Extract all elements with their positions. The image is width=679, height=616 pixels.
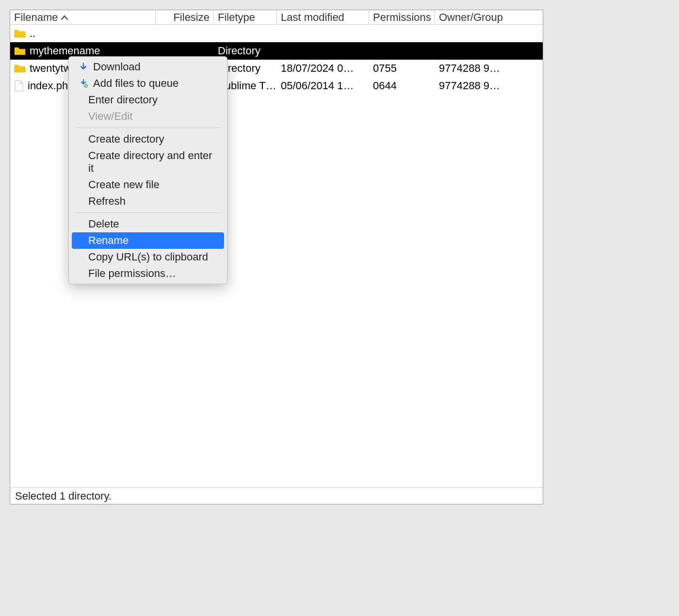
menu-item-label: Add files to queue xyxy=(93,77,178,90)
menu-item-label: View/Edit xyxy=(88,110,132,123)
download-icon xyxy=(79,62,88,72)
file-permissions: 0755 xyxy=(369,60,435,77)
file-icon xyxy=(14,80,24,92)
file-modified: 05/06/2014 1… xyxy=(277,77,369,95)
column-header-filename[interactable]: Filename xyxy=(10,10,156,24)
menu-item-copy-urls[interactable]: Copy URL(s) to clipboard xyxy=(72,249,224,265)
menu-item-label: Delete xyxy=(88,218,119,230)
folder-icon xyxy=(14,29,26,38)
column-header-owner-group-label: Owner/Group xyxy=(439,11,503,24)
menu-item-refresh[interactable]: Refresh xyxy=(72,193,224,210)
menu-item-add-queue[interactable]: Add files to queue xyxy=(72,75,224,92)
menu-item-label: Refresh xyxy=(88,195,126,208)
menu-separator xyxy=(76,212,220,213)
file-row-parent[interactable]: .. xyxy=(10,25,543,42)
file-size xyxy=(156,25,214,42)
file-name: index.php xyxy=(28,80,74,92)
menu-item-delete[interactable]: Delete xyxy=(72,216,224,232)
menu-separator xyxy=(76,128,220,128)
folder-icon xyxy=(14,64,26,73)
column-header-row: Filename Filesize Filetype Last modified… xyxy=(10,10,543,25)
file-permissions xyxy=(369,42,435,60)
column-header-filetype-label: Filetype xyxy=(218,11,255,24)
column-header-permissions[interactable]: Permissions xyxy=(369,10,435,24)
file-modified xyxy=(277,42,369,60)
menu-item-rename[interactable]: Rename xyxy=(72,232,224,249)
column-header-filename-label: Filename xyxy=(14,11,58,24)
menu-item-create-new-file[interactable]: Create new file xyxy=(72,177,224,193)
file-modified xyxy=(277,25,369,42)
menu-item-file-permissions[interactable]: File permissions… xyxy=(72,265,224,282)
column-header-owner-group[interactable]: Owner/Group xyxy=(435,10,508,24)
menu-item-label: Copy URL(s) to clipboard xyxy=(88,251,208,263)
menu-item-create-directory-enter[interactable]: Create directory and enter it xyxy=(72,147,224,177)
menu-item-label: Enter directory xyxy=(88,94,158,106)
menu-item-view-edit: View/Edit xyxy=(72,108,224,125)
status-bar: Selected 1 directory. xyxy=(10,487,543,504)
file-modified: 18/07/2024 0… xyxy=(277,60,369,77)
file-permissions xyxy=(369,25,435,42)
column-header-last-modified-label: Last modified xyxy=(281,11,344,24)
file-name: .. xyxy=(30,27,35,40)
column-header-filesize-label: Filesize xyxy=(173,11,210,24)
menu-item-download[interactable]: Download xyxy=(72,59,224,75)
menu-item-label: Download xyxy=(93,61,141,73)
column-header-filesize[interactable]: Filesize xyxy=(156,10,214,24)
menu-item-label: File permissions… xyxy=(88,267,176,280)
menu-item-enter-directory[interactable]: Enter directory xyxy=(72,92,224,108)
file-name: mythemename xyxy=(30,45,100,57)
menu-item-create-directory[interactable]: Create directory xyxy=(72,131,224,147)
column-header-last-modified[interactable]: Last modified xyxy=(277,10,369,24)
context-menu: Download Add files to queue Enter direct… xyxy=(68,56,227,284)
add-queue-icon xyxy=(79,79,88,88)
file-owner: 9774288 9… xyxy=(435,60,508,77)
folder-icon xyxy=(14,46,26,56)
sort-ascending-icon xyxy=(61,11,68,24)
column-header-permissions-label: Permissions xyxy=(373,11,431,24)
column-header-filetype[interactable]: Filetype xyxy=(214,10,277,24)
menu-item-label: Create directory xyxy=(88,133,164,146)
menu-item-label: Create new file xyxy=(88,178,160,191)
file-type xyxy=(214,25,277,42)
file-owner xyxy=(435,25,508,42)
file-panel: Filename Filesize Filetype Last modified… xyxy=(10,10,543,504)
menu-item-label: Rename xyxy=(88,234,129,247)
file-owner: 9774288 9… xyxy=(435,77,508,95)
menu-item-label: Create directory and enter it xyxy=(88,149,217,175)
file-permissions: 0644 xyxy=(369,77,435,95)
status-bar-text: Selected 1 directory. xyxy=(15,490,112,503)
file-owner xyxy=(435,42,508,60)
